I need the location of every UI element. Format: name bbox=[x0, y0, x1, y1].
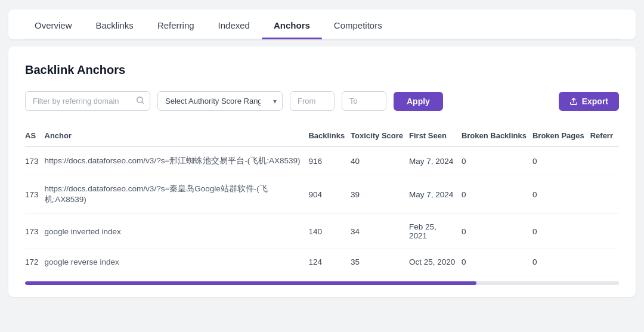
cell-referr bbox=[590, 175, 619, 214]
tab-competitors[interactable]: Competitors bbox=[322, 10, 394, 39]
col-header-anchor: Anchor bbox=[45, 125, 309, 147]
cell-anchor: https://docs.dataforseo.com/v3/?s=邢江蜘蛛池交… bbox=[45, 147, 309, 175]
cell-backlinks: 124 bbox=[308, 249, 351, 275]
cell-backlinks: 904 bbox=[308, 175, 351, 214]
cell-broken-backlinks: 0 bbox=[462, 175, 532, 214]
authority-score-select-wrap: Select Authority Score Range 0–10 10–30 … bbox=[157, 91, 283, 111]
cell-broken-backlinks: 0 bbox=[462, 147, 532, 175]
cell-first-seen: May 7, 2024 bbox=[409, 147, 462, 175]
horizontal-scrollbar-track[interactable] bbox=[25, 281, 619, 285]
cell-broken-pages: 0 bbox=[532, 249, 590, 275]
apply-button[interactable]: Apply bbox=[394, 92, 443, 111]
col-header-broken-backlinks: Broken Backlinks bbox=[462, 125, 532, 147]
cell-toxicity: 39 bbox=[351, 175, 409, 214]
range-to-input[interactable] bbox=[342, 91, 386, 111]
authority-score-select[interactable]: Select Authority Score Range 0–10 10–30 … bbox=[157, 91, 283, 111]
cell-broken-backlinks: 0 bbox=[462, 249, 532, 275]
cell-as: 173 bbox=[25, 147, 45, 175]
col-header-as: AS bbox=[25, 125, 45, 147]
filter-domain-input[interactable] bbox=[25, 91, 150, 111]
cell-anchor: google reverse index bbox=[45, 249, 309, 275]
table-header-row: AS Anchor Backlinks Toxicity Score First… bbox=[25, 125, 619, 147]
section-title: Backlink Anchors bbox=[25, 63, 619, 77]
tabs-card: Overview Backlinks Referring Indexed Anc… bbox=[8, 10, 636, 39]
col-header-referr: Referr bbox=[590, 125, 619, 147]
cell-broken-pages: 0 bbox=[532, 147, 590, 175]
cell-first-seen: Feb 25, 2021 bbox=[409, 214, 462, 249]
cell-as: 173 bbox=[25, 214, 45, 249]
cell-backlinks: 140 bbox=[308, 214, 351, 249]
cell-referr bbox=[590, 214, 619, 249]
table-row: 173 https://docs.dataforseo.com/v3/?s=秦皇… bbox=[25, 175, 619, 214]
cell-referr bbox=[590, 249, 619, 275]
cell-anchor: google inverted index bbox=[45, 214, 309, 249]
export-icon bbox=[569, 97, 578, 106]
table-row: 173 google inverted index 140 34 Feb 25,… bbox=[25, 214, 619, 249]
cell-toxicity: 40 bbox=[351, 147, 409, 175]
col-header-first-seen: First Seen bbox=[409, 125, 462, 147]
cell-as: 172 bbox=[25, 249, 45, 275]
range-from-input[interactable] bbox=[290, 91, 335, 111]
cell-first-seen: May 7, 2024 bbox=[409, 175, 462, 214]
col-header-broken-pages: Broken Pages bbox=[532, 125, 590, 147]
cell-as: 173 bbox=[25, 175, 45, 214]
cell-toxicity: 35 bbox=[351, 249, 409, 275]
table-row: 173 https://docs.dataforseo.com/v3/?s=邢江… bbox=[25, 147, 619, 175]
cell-referr bbox=[590, 147, 619, 175]
tab-referring[interactable]: Referring bbox=[145, 10, 206, 39]
col-header-backlinks: Backlinks bbox=[308, 125, 351, 147]
filter-input-wrap bbox=[25, 91, 150, 111]
cell-broken-pages: 0 bbox=[532, 175, 590, 214]
horizontal-scrollbar-thumb[interactable] bbox=[25, 281, 476, 285]
cell-anchor: https://docs.dataforseo.com/v3/?s=秦皇岛Goo… bbox=[45, 175, 309, 214]
anchors-table-wrap: AS Anchor Backlinks Toxicity Score First… bbox=[25, 125, 619, 275]
cell-backlinks: 916 bbox=[308, 147, 351, 175]
cell-toxicity: 34 bbox=[351, 214, 409, 249]
tab-backlinks[interactable]: Backlinks bbox=[84, 10, 145, 39]
main-card: Backlink Anchors Select Authority Score … bbox=[8, 46, 636, 297]
cell-broken-backlinks: 0 bbox=[462, 214, 532, 249]
table-row: 172 google reverse index 124 35 Oct 25, … bbox=[25, 249, 619, 275]
tab-anchors[interactable]: Anchors bbox=[262, 10, 322, 39]
export-button[interactable]: Export bbox=[559, 92, 619, 111]
cell-broken-pages: 0 bbox=[532, 214, 590, 249]
toolbar: Select Authority Score Range 0–10 10–30 … bbox=[25, 91, 619, 111]
cell-first-seen: Oct 25, 2020 bbox=[409, 249, 462, 275]
main-navigation: Overview Backlinks Referring Indexed Anc… bbox=[23, 10, 621, 39]
anchors-table: AS Anchor Backlinks Toxicity Score First… bbox=[25, 125, 619, 275]
col-header-toxicity: Toxicity Score bbox=[351, 125, 409, 147]
tab-indexed[interactable]: Indexed bbox=[206, 10, 262, 39]
tab-overview[interactable]: Overview bbox=[23, 10, 84, 39]
